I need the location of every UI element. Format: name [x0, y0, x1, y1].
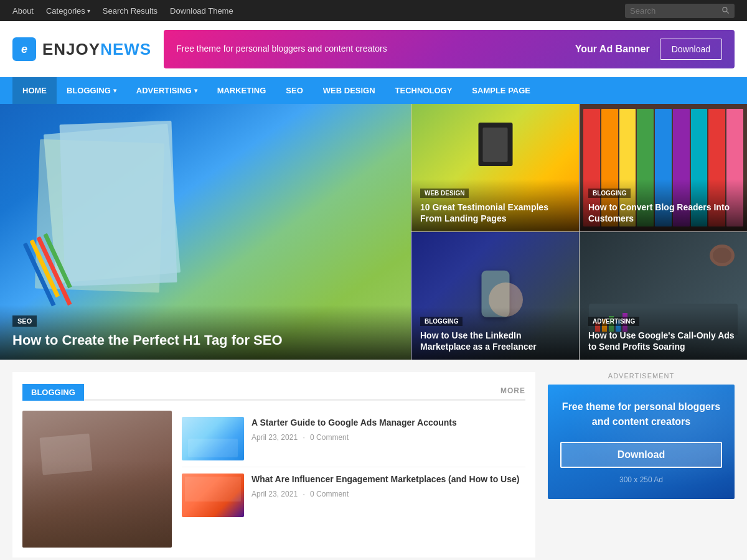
- blog-item-1-text: A Starter Guide to Google Ads Manager Ac…: [251, 417, 525, 460]
- sidebar-ad-size: 300 x 250 Ad: [560, 475, 722, 484]
- nav-webdesign[interactable]: WEB DESIGN: [313, 77, 385, 104]
- banner-text: Free theme for personal bloggers and con…: [176, 43, 565, 55]
- card-advertising-title: How to Use Google's Call-Only Ads to Sen…: [588, 330, 738, 352]
- card-webdesign-overlay: WEB DESIGN 10 Great Testimonial Examples…: [411, 179, 579, 231]
- featured-card-blogging[interactable]: BLOGGING How to Convert Blog Readers Int…: [580, 104, 747, 231]
- nav-advertising[interactable]: ADVERTISING ▾: [126, 77, 207, 104]
- categories-arrow-icon: ▾: [87, 7, 90, 14]
- card-linkedin-title: How to Use the LinkedIn Marketplace as a…: [420, 330, 570, 352]
- nav-technology[interactable]: TECHNOLOGY: [385, 77, 463, 104]
- blog-thumb-2[interactable]: [182, 474, 244, 517]
- sidebar-ad-label: ADVERTISEMENT: [548, 372, 735, 380]
- card-advertising-tag: ADVERTISING: [588, 317, 639, 326]
- nav-blogging[interactable]: BLOGGING ▾: [57, 77, 126, 104]
- logo-area[interactable]: e ENJOYNEWS: [12, 37, 151, 61]
- blog-thumb-1[interactable]: [182, 417, 244, 460]
- featured-main-tag: SEO: [12, 315, 37, 327]
- blog-list: A Starter Guide to Google Ads Manager Ac…: [182, 411, 525, 548]
- categories-link[interactable]: Categories ▾: [46, 6, 90, 16]
- separator-2: ·: [303, 490, 304, 498]
- site-header: e ENJOYNEWS Free theme for personal blog…: [0, 21, 747, 77]
- search-results-link[interactable]: Search Results: [103, 6, 157, 16]
- search-input[interactable]: [630, 6, 717, 16]
- top-nav-links: About Categories ▾ Search Results Downlo…: [12, 6, 625, 16]
- blog-main-image[interactable]: [22, 411, 172, 548]
- featured-main-card[interactable]: SEO How to Create the Perfect H1 Tag for…: [0, 104, 411, 360]
- top-nav-search-box: [625, 4, 735, 18]
- blog-item-2-meta: April 23, 2021 · 0 Comment: [251, 490, 525, 498]
- nav-seo[interactable]: SEO: [276, 77, 312, 104]
- about-link[interactable]: About: [12, 6, 34, 16]
- blogging-section: BLOGGING MORE: [12, 372, 535, 558]
- banner-ad-label: Your Ad Banner: [575, 44, 650, 55]
- card-linkedin-overlay: BLOGGING How to Use the LinkedIn Marketp…: [411, 307, 579, 360]
- section-blogging-tag: BLOGGING: [22, 384, 84, 401]
- top-navigation: About Categories ▾ Search Results Downlo…: [0, 0, 747, 21]
- main-navigation: HOME BLOGGING ▾ ADVERTISING ▾ MARKETING …: [0, 77, 747, 104]
- card-webdesign-title: 10 Great Testimonial Examples From Landi…: [420, 202, 570, 224]
- header-banner: Free theme for personal bloggers and con…: [164, 30, 735, 68]
- section-header: BLOGGING MORE: [22, 382, 525, 401]
- blog-item-1-meta: April 23, 2021 · 0 Comment: [251, 433, 525, 442]
- blog-item-1-comments: 0 Comment: [310, 433, 349, 442]
- card-blogging-overlay: BLOGGING How to Convert Blog Readers Int…: [580, 179, 747, 231]
- featured-card-linkedin[interactable]: BLOGGING How to Use the LinkedIn Marketp…: [411, 232, 579, 360]
- separator-1: ·: [303, 433, 304, 442]
- featured-card-webdesign[interactable]: WEB DESIGN 10 Great Testimonial Examples…: [411, 104, 579, 231]
- blogging-grid: A Starter Guide to Google Ads Manager Ac…: [22, 411, 525, 548]
- blog-item-2-title[interactable]: What Are Influencer Engagement Marketpla…: [251, 474, 525, 486]
- sidebar-ad-block: Free theme for personal bloggers and con…: [548, 385, 735, 499]
- blog-item-1-date: April 23, 2021: [251, 433, 298, 442]
- featured-grid: SEO How to Create the Perfect H1 Tag for…: [0, 104, 747, 360]
- logo-icon: e: [12, 37, 36, 61]
- blog-item-2-comments: 0 Comment: [310, 490, 349, 498]
- main-content: BLOGGING MORE: [12, 372, 535, 558]
- nav-marketing[interactable]: MARKETING: [207, 77, 276, 104]
- content-area: BLOGGING MORE: [0, 360, 747, 560]
- section-more-link[interactable]: MORE: [500, 386, 525, 395]
- blogging-arrow-icon: ▾: [113, 87, 116, 94]
- advertising-arrow-icon: ▾: [194, 87, 197, 94]
- sidebar: ADVERTISEMENT Free theme for personal bl…: [548, 372, 735, 558]
- card-linkedin-tag: BLOGGING: [420, 317, 463, 326]
- download-theme-link[interactable]: Download Theme: [170, 6, 233, 16]
- blog-item-2-date: April 23, 2021: [251, 490, 298, 498]
- card-blogging-title: How to Convert Blog Readers Into Custome…: [588, 202, 738, 224]
- search-icon: [721, 6, 730, 16]
- nav-sample-page[interactable]: SAMPLE PAGE: [462, 77, 540, 104]
- sidebar-ad-text: Free theme for personal bloggers and con…: [560, 399, 722, 429]
- featured-main-title: How to Create the Perfect H1 Tag for SEO: [12, 332, 398, 350]
- blog-item-2-text: What Are Influencer Engagement Marketpla…: [251, 474, 525, 517]
- card-webdesign-tag: WEB DESIGN: [420, 189, 469, 198]
- featured-main-overlay: SEO How to Create the Perfect H1 Tag for…: [0, 305, 411, 360]
- nav-home[interactable]: HOME: [12, 77, 57, 104]
- card-blogging-tag: BLOGGING: [588, 189, 631, 198]
- card-advertising-overlay: ADVERTISING How to Use Google's Call-Onl…: [580, 307, 747, 360]
- blog-list-item: What Are Influencer Engagement Marketpla…: [182, 467, 525, 523]
- blog-list-item: A Starter Guide to Google Ads Manager Ac…: [182, 411, 525, 467]
- header-download-button[interactable]: Download: [660, 39, 722, 60]
- sidebar-download-button[interactable]: Download: [560, 442, 722, 468]
- logo-text: ENJOYNEWS: [42, 40, 151, 59]
- blog-item-1-title[interactable]: A Starter Guide to Google Ads Manager Ac…: [251, 417, 525, 429]
- featured-card-advertising[interactable]: ADVERTISING How to Use Google's Call-Onl…: [580, 232, 747, 360]
